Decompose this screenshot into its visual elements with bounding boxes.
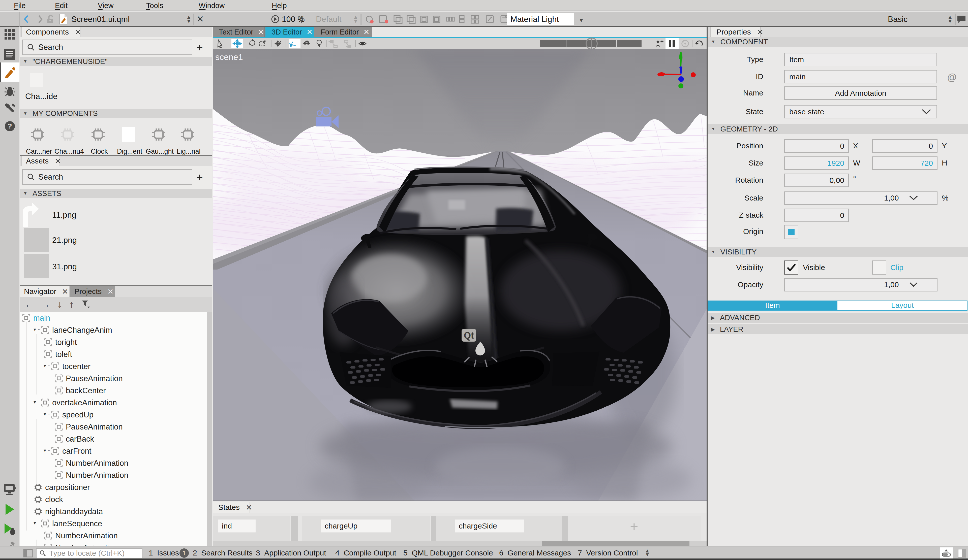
svg-text:Qt: Qt: [464, 330, 474, 340]
svg-text:scene1: scene1: [215, 52, 243, 62]
svg-text:?: ?: [8, 122, 12, 130]
